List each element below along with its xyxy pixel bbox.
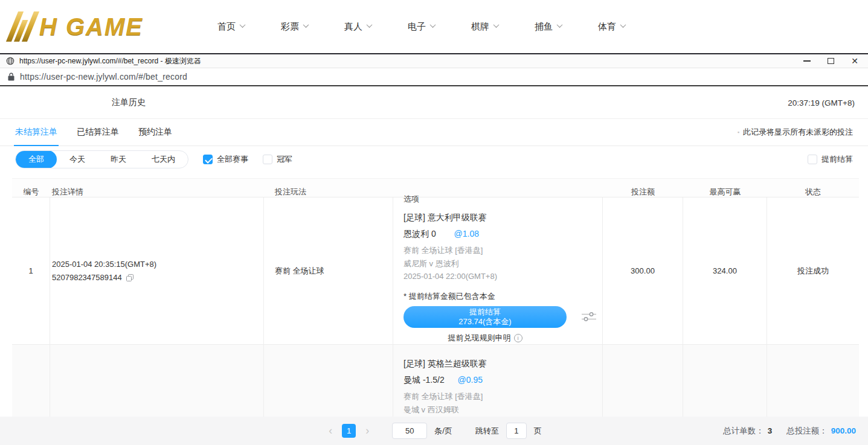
market-type: 赛前 全场让球 [香港盘]	[403, 390, 483, 403]
prev-page-button[interactable]: ‹	[326, 424, 335, 437]
window-controls: ✕	[803, 54, 858, 68]
cashout-button-amount: 273.74(含本金)	[458, 317, 511, 327]
nav-item-home[interactable]: 首页	[217, 21, 245, 33]
filter-champion[interactable]: 冠军	[263, 154, 292, 165]
nav-item-sports[interactable]: 体育	[598, 21, 625, 33]
browser-titlebar: https://user-pc-new.jylywl.com/#/bet_rec…	[0, 53, 868, 68]
cell-play: 赛前 全场让球	[264, 197, 393, 344]
filter-label: 提前结算	[821, 154, 853, 165]
nav-item-live[interactable]: 真人	[344, 21, 371, 33]
total-amount-label: 总投注额：	[786, 426, 828, 437]
totals: 总计单数： 3 总投注额： 900.00	[723, 426, 856, 437]
next-page-button[interactable]: ›	[363, 424, 371, 437]
cell-maxwin: 324.00	[683, 197, 767, 344]
record-note: ▪ 此记录将显示所有未派彩的投注	[738, 127, 853, 138]
filter-label: 冠军	[277, 154, 292, 165]
nav-item-label: 真人	[344, 21, 362, 33]
url-text: https://user-pc-new.jylywl.com/#/bet_rec…	[20, 72, 187, 82]
pick-selection: 曼城 -1.5/2	[403, 375, 445, 385]
copy-icon[interactable]	[126, 274, 133, 281]
bet-id-line: 5207982347589144	[52, 273, 133, 282]
logo[interactable]: H GAME	[12, 11, 175, 42]
chevron-down-icon	[557, 22, 563, 28]
cell-status: 投注成功	[767, 197, 859, 344]
cashout-note: * 提前结算金额已包含本金	[403, 291, 495, 302]
bet-time: 2025-01-04 20:35:15(GMT+8)	[52, 260, 156, 269]
table-row: 1 2025-01-04 20:35:15(GMT+8) 52079823475…	[12, 197, 859, 345]
logo-text: H GAME	[39, 13, 143, 40]
filter-row: 全部 今天 昨天 七天内 全部赛事 冠军 提前结算	[0, 146, 868, 173]
date-filter-yesterday[interactable]: 昨天	[98, 151, 139, 168]
jump-page-input[interactable]	[506, 423, 527, 439]
current-time: 20:37:19 (GMT+8)	[788, 98, 855, 107]
tabs-row: 未结算注单 已结算注单 预约注单 ▪ 此记录将显示所有未派彩的投注	[0, 119, 868, 146]
nav-item-fishing[interactable]: 捕鱼	[535, 21, 562, 33]
nav-item-chess[interactable]: 棋牌	[471, 21, 498, 33]
nav-item-label: 首页	[217, 21, 236, 33]
browser-tab[interactable]: https://user-pc-new.jylywl.com/#/bet_rec…	[6, 56, 201, 66]
pagination-bar: ‹ 1 › 条/页 跳转至 页 总计单数： 3 总投注额： 900.00	[0, 417, 868, 445]
cell-detail: 2025-01-04 20:35:15(GMT+8) 5207982347589…	[50, 197, 264, 344]
current-page-button[interactable]: 1	[342, 424, 356, 438]
cashout-rule-line: 提前兑现规则申明 i	[403, 333, 567, 344]
info-icon[interactable]: i	[514, 334, 522, 342]
nav-item-label: 棋牌	[471, 21, 489, 33]
nav-item-slots[interactable]: 电子	[408, 21, 435, 33]
page-size-label: 条/页	[434, 426, 452, 437]
date-filter-all[interactable]: 全部	[16, 150, 57, 168]
cashout-slider-icon[interactable]	[581, 312, 597, 322]
close-button[interactable]: ✕	[851, 56, 858, 66]
cell-amount: 300.00	[603, 197, 683, 344]
checkbox-unchecked-icon	[808, 155, 817, 164]
date-filter: 全部 今天 昨天 七天内	[15, 150, 188, 168]
nav-item-label: 捕鱼	[535, 21, 553, 33]
filter-label: 全部赛事	[217, 154, 248, 165]
page-title: 注单历史	[112, 97, 146, 108]
nav-item-label: 电子	[408, 21, 426, 33]
chevron-down-icon	[367, 22, 373, 28]
tab-reserved[interactable]: 预约注单	[138, 127, 172, 138]
bet-id: 5207982347589144	[52, 273, 122, 282]
cashout-button[interactable]: 提前结算 273.74(含本金)	[403, 306, 567, 328]
checkbox-checked-icon	[203, 155, 213, 164]
bullet-icon: ▪	[738, 129, 739, 135]
total-count-label: 总计单数：	[723, 426, 764, 437]
page-size-input[interactable]	[392, 423, 427, 439]
chevron-down-icon	[430, 22, 436, 28]
minimize-button[interactable]	[803, 60, 811, 62]
nav-item-label: 体育	[598, 21, 616, 33]
logo-emblem-icon	[6, 11, 39, 42]
cell-id: 1	[12, 197, 50, 344]
globe-icon	[6, 57, 14, 65]
cashout-button-title: 提前结算	[469, 307, 501, 317]
tab-settled[interactable]: 已结算注单	[77, 127, 119, 138]
chevron-down-icon	[303, 22, 309, 28]
cell-option: [足球] 意大利甲级联赛 恩波利 0 @1.08 赛前 全场让球 [香港盘] 威…	[393, 197, 603, 344]
record-note-text: 此记录将显示所有未派彩的投注	[743, 127, 853, 138]
lock-icon	[8, 72, 14, 81]
minimize-icon	[803, 60, 811, 62]
screen: H GAME 首页 彩票 真人 电子 棋牌 捕鱼 体育 https://user…	[0, 0, 868, 445]
league-name: [足球] 意大利甲级联赛	[403, 213, 487, 223]
page-title-row: 注单历史 20:37:19 (GMT+8)	[0, 86, 868, 119]
bet-table: 编号 投注详情 投注玩法 选项 投注额 最高可赢 状态 1 2025-01-04…	[12, 178, 859, 445]
nav-item-lottery[interactable]: 彩票	[281, 21, 308, 33]
maximize-icon	[828, 58, 834, 64]
total-count-value: 3	[768, 426, 773, 435]
pager: ‹ 1 › 条/页 跳转至 页	[326, 423, 542, 439]
chevron-down-icon	[240, 22, 246, 28]
filter-early-settle[interactable]: 提前结算	[808, 154, 853, 165]
date-filter-7days[interactable]: 七天内	[139, 151, 188, 168]
tab-unsettled[interactable]: 未结算注单	[15, 127, 57, 138]
pick-line: 恩波利 0 @1.08	[403, 229, 479, 240]
jump-suffix-label: 页	[534, 426, 542, 437]
league-name: [足球] 英格兰超级联赛	[403, 359, 487, 370]
date-filter-today[interactable]: 今天	[57, 151, 98, 168]
address-bar[interactable]: https://user-pc-new.jylywl.com/#/bet_rec…	[0, 68, 868, 86]
maximize-button[interactable]	[828, 58, 834, 64]
filter-all-events[interactable]: 全部赛事	[203, 154, 248, 165]
odds-value: @1.08	[454, 229, 479, 239]
chevron-down-icon	[493, 22, 500, 28]
cashout-rule-link[interactable]: 提前兑现规则申明	[448, 333, 511, 344]
match-teams: 曼城 v 西汉姆联	[403, 403, 459, 417]
